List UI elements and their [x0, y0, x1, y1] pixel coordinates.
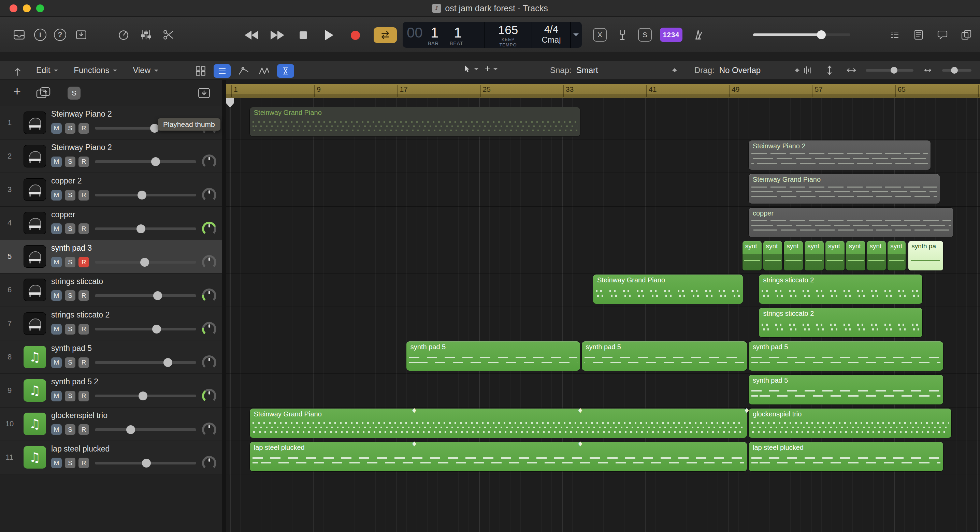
duplicate-track-button[interactable] [35, 87, 51, 101]
volume-slider[interactable] [95, 261, 196, 264]
midi-region[interactable]: synt [763, 241, 783, 270]
metronome-icon[interactable] [690, 27, 706, 42]
lcd-key-signature[interactable]: 4/4 Cmaj [532, 22, 571, 48]
track-name[interactable]: copper 2 [51, 176, 216, 186]
volume-slider[interactable] [95, 294, 196, 297]
record-button[interactable]: R [78, 290, 89, 301]
pan-knob[interactable] [202, 154, 216, 169]
rewind-button[interactable] [244, 28, 259, 43]
midi-region[interactable]: synt [888, 241, 905, 270]
track-name[interactable]: synth pad 5 2 [51, 377, 216, 387]
envelope-icon[interactable] [256, 64, 272, 78]
track-lane[interactable]: syntsyntsyntsyntsyntsyntsyntsyntsynth pa [226, 240, 980, 273]
mute-button[interactable]: M [51, 223, 62, 234]
solo-button[interactable]: S [65, 357, 75, 368]
track-lane[interactable]: strings sticcato 2 [226, 307, 980, 340]
volume-slider[interactable] [95, 328, 196, 330]
replace-button[interactable]: X [593, 28, 607, 41]
pan-knob[interactable] [202, 456, 216, 470]
list-editors-icon[interactable] [887, 27, 902, 42]
record-button[interactable]: R [78, 424, 89, 435]
lcd-tempo[interactable]: 165 KEEP TEMPO [485, 22, 532, 48]
track-lane[interactable]: Steinway Grand Piano [226, 106, 980, 140]
midi-region[interactable]: glockenspiel trio [749, 408, 951, 438]
mute-button[interactable]: M [51, 190, 62, 200]
track-header[interactable]: 4copperMSR [0, 206, 222, 240]
solo-button[interactable]: S [65, 290, 75, 301]
volume-knob[interactable] [142, 459, 151, 468]
edit-menu[interactable]: Edit [36, 65, 58, 75]
mute-button[interactable]: M [51, 391, 62, 402]
mute-button[interactable]: M [51, 457, 62, 468]
solo-button[interactable]: S [65, 157, 75, 167]
track-lane[interactable]: synth pad 5 [226, 374, 980, 407]
midi-region[interactable]: synt [826, 241, 845, 270]
waveform-zoom-icon[interactable] [800, 63, 815, 78]
track-name[interactable]: synth pad 5 [51, 343, 216, 354]
count-in-button[interactable]: 1234 [660, 28, 682, 42]
track-lane[interactable]: Steinway Piano 2 [226, 140, 980, 173]
volume-knob[interactable] [140, 258, 149, 267]
record-button[interactable] [348, 28, 363, 43]
pan-knob[interactable] [202, 422, 216, 437]
view-menu[interactable]: View [133, 65, 158, 75]
volume-slider[interactable] [95, 194, 196, 197]
volume-knob[interactable] [164, 358, 172, 367]
midi-region[interactable]: synt [867, 241, 886, 270]
midi-region[interactable]: synt [743, 241, 762, 270]
mute-button[interactable]: M [51, 424, 62, 435]
pan-knob[interactable] [202, 188, 216, 202]
volume-knob[interactable] [126, 425, 135, 434]
note-pads-icon[interactable] [911, 27, 926, 42]
pan-knob[interactable] [202, 289, 216, 303]
volume-slider[interactable] [95, 227, 196, 230]
automation-icon[interactable] [236, 64, 251, 78]
solo-button[interactable]: S [65, 223, 75, 234]
midi-region[interactable]: synt [846, 241, 865, 270]
volume-knob[interactable] [152, 325, 161, 333]
horizontal-zoom-knob[interactable] [951, 67, 958, 74]
mute-button[interactable]: M [51, 324, 62, 335]
track-header[interactable]: 9♫synth pad 5 2MSR [0, 374, 222, 407]
volume-track[interactable] [753, 33, 850, 36]
track-lane[interactable]: copper [226, 206, 980, 240]
functions-menu[interactable]: Functions [74, 65, 117, 75]
inspector-icon[interactable]: i [34, 29, 46, 41]
play-button[interactable] [322, 28, 337, 43]
editors-scissors-icon[interactable] [161, 27, 176, 42]
smart-controls-icon[interactable] [116, 27, 131, 42]
volume-slider[interactable] [95, 395, 196, 397]
track-header[interactable]: 6strings sticcatoMSR [0, 273, 222, 307]
track-name[interactable]: Steinway Piano 2 [51, 109, 216, 119]
midi-region[interactable]: Steinway Piano 2 [749, 140, 931, 170]
volume-knob[interactable] [138, 392, 147, 400]
volume-knob[interactable] [137, 224, 145, 233]
grid-view-icon[interactable] [193, 64, 208, 78]
track-header[interactable]: 10♫glockenspiel trioMSR [0, 408, 222, 441]
solo-button[interactable]: S [65, 424, 75, 435]
solo-button[interactable]: S [65, 190, 75, 200]
track-name[interactable]: lap steel plucked [51, 444, 216, 454]
forward-button[interactable] [270, 28, 285, 43]
track-name[interactable]: copper [51, 210, 216, 220]
mixer-icon[interactable] [138, 27, 154, 42]
solo-button[interactable]: S [65, 391, 75, 402]
volume-slider[interactable] [95, 428, 196, 431]
vertical-zoom-icon[interactable] [822, 63, 837, 78]
volume-knob[interactable] [137, 191, 146, 200]
pan-knob[interactable] [202, 389, 216, 403]
lcd-display[interactable]: 00 1 1 BAR BEAT 165 KEEP TEMPO 4/4 Cmaj [402, 22, 582, 48]
volume-knob[interactable] [151, 157, 160, 166]
horizontal-zoom-slider[interactable] [942, 69, 972, 71]
bar-ruler[interactable]: 191725334149576573 [226, 84, 980, 98]
track-name[interactable]: strings sticcato [51, 276, 216, 287]
add-track-button[interactable]: + [9, 84, 25, 98]
track-lane[interactable]: lap steel plucked♦♦lap steel plucked [226, 441, 980, 474]
volume-knob[interactable] [817, 30, 826, 39]
midi-region[interactable]: lap steel plucked [250, 442, 747, 471]
record-button[interactable]: R [78, 257, 89, 267]
pointer-tool-button[interactable] [461, 64, 479, 75]
stop-button[interactable] [296, 28, 311, 43]
pan-knob[interactable] [202, 222, 216, 236]
chat-icon[interactable] [935, 27, 950, 42]
